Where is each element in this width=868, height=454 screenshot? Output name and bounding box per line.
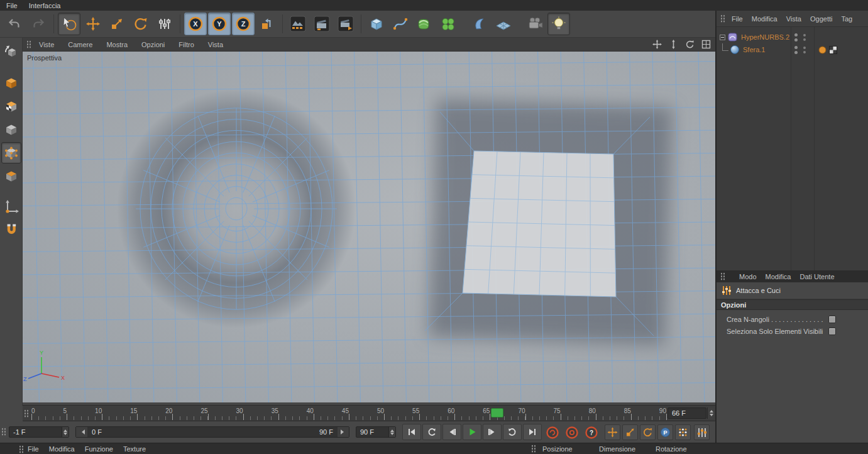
start-field-stepper[interactable] [62, 427, 69, 437]
viewport-menu-item[interactable]: Camere [68, 41, 92, 48]
status-menu-item[interactable]: File [28, 445, 39, 453]
anim-start-field[interactable]: -1 F [9, 426, 69, 438]
menubar-item[interactable]: File [6, 2, 18, 9]
attribute-tab[interactable]: Modo [739, 273, 757, 280]
panel-grip[interactable] [19, 445, 24, 453]
keyframe-help-button[interactable]: ? [583, 424, 600, 441]
visibility-dots[interactable] [794, 33, 798, 42]
visible-only-checkbox[interactable] [828, 328, 836, 335]
coordinates-toggle-button[interactable] [694, 424, 710, 440]
render-view-button[interactable] [287, 13, 309, 35]
key-parameter-button[interactable]: P [657, 424, 673, 440]
panel-grip[interactable] [720, 272, 725, 280]
lock-y-axis-button[interactable]: Y [208, 13, 231, 35]
object-manager-tree[interactable]: HyperNURBS.2 Sfera.1 [717, 27, 868, 270]
rotate-view-button[interactable] [684, 40, 695, 50]
splines-button[interactable] [389, 13, 412, 35]
frame-stepper[interactable] [707, 407, 715, 419]
texture-tag-icon[interactable] [829, 46, 837, 54]
viewport-canvas[interactable]: Y X Z Prospettiva [23, 52, 715, 402]
coord-system-button[interactable] [256, 13, 278, 35]
panel-grip[interactable] [1, 428, 6, 436]
timeline-range-slider[interactable]: 0 F 90 F [75, 426, 349, 438]
phong-tag-icon[interactable] [818, 46, 827, 54]
panel-grip[interactable] [26, 40, 31, 48]
object-manager-menu-item[interactable]: Vista [786, 15, 801, 23]
attribute-tab[interactable]: Dati Utente [800, 273, 835, 280]
zoom-view-button[interactable] [667, 40, 679, 50]
ngons-checkbox[interactable] [828, 316, 836, 323]
options-section-header[interactable]: Opzioni [717, 299, 868, 310]
make-editable-button[interactable] [1, 42, 21, 63]
lock-x-axis-button[interactable]: X [184, 13, 207, 35]
go-to-start-button[interactable] [402, 424, 421, 440]
live-selection-button[interactable] [58, 13, 80, 35]
pan-view-button[interactable] [651, 40, 662, 50]
play-button[interactable] [463, 424, 481, 440]
previous-frame-button[interactable] [442, 424, 461, 440]
object-row-hypernurbs[interactable]: HyperNURBS.2 [717, 31, 868, 43]
next-frame-button[interactable] [483, 424, 502, 440]
range-left-arrow[interactable] [76, 427, 87, 437]
key-rotation-button[interactable] [640, 424, 656, 440]
render-queue-button[interactable] [334, 13, 357, 35]
panel-grip[interactable] [24, 409, 29, 418]
record-keyframe-button[interactable] [544, 424, 561, 441]
viewport-menu-item[interactable]: Mostra [106, 41, 128, 48]
current-frame-field[interactable]: 66 F [667, 407, 706, 419]
panel-grip[interactable] [531, 445, 536, 453]
range-right-arrow[interactable] [338, 427, 349, 437]
render-dots[interactable] [803, 47, 806, 53]
object-manager-menu-item[interactable]: File [732, 15, 743, 23]
collapse-toggle-icon[interactable] [720, 35, 725, 40]
camera-button[interactable] [524, 13, 546, 35]
point-mode-button[interactable] [1, 142, 21, 163]
primitives-button[interactable] [365, 13, 388, 35]
undo-button[interactable] [3, 13, 26, 35]
menubar-item[interactable]: Interfaccia [29, 2, 61, 9]
anim-end-field[interactable]: 90 F [356, 426, 396, 438]
status-menu-item[interactable]: Modifica [49, 445, 75, 453]
texture-mode-button[interactable] [1, 96, 21, 117]
axis-mode-button[interactable] [1, 196, 21, 218]
viewport-menu-item[interactable]: Opzioni [141, 41, 165, 48]
object-mode-button[interactable] [1, 119, 21, 140]
object-row-sfera[interactable]: Sfera.1 [717, 43, 868, 56]
key-pla-button[interactable] [675, 424, 691, 440]
viewport-menu-item[interactable]: Viste [39, 41, 54, 48]
object-name[interactable]: Sfera.1 [743, 46, 765, 53]
generators-button[interactable] [413, 13, 436, 35]
render-settings-button[interactable] [310, 13, 333, 35]
redo-button[interactable] [27, 13, 50, 35]
attribute-tab[interactable]: Modifica [766, 273, 791, 280]
lights-button[interactable] [547, 13, 570, 35]
status-menu-item[interactable]: Funzione [85, 445, 113, 453]
status-menu-item[interactable]: Texture [123, 445, 146, 453]
stepper-down[interactable] [708, 413, 715, 419]
object-manager-menu-item[interactable]: Oggetti [810, 15, 832, 23]
move-tool-button[interactable] [82, 13, 104, 35]
modeling-objects-button[interactable] [437, 13, 459, 35]
render-dots[interactable] [803, 34, 806, 41]
scale-tool-button[interactable] [106, 13, 128, 35]
previous-key-button[interactable] [422, 424, 441, 440]
rotate-tool-button[interactable] [129, 13, 152, 35]
model-mode-button[interactable] [1, 72, 21, 94]
next-key-button[interactable] [503, 424, 522, 440]
visibility-dots[interactable] [794, 46, 798, 54]
camera-view-label[interactable]: Prospettiva [27, 54, 62, 62]
panel-grip[interactable] [720, 14, 725, 23]
deformers-button[interactable] [468, 13, 491, 35]
tool-sliders-button[interactable] [153, 13, 176, 35]
viewport-menu-item[interactable]: Filtro [179, 41, 194, 48]
viewport-menu-item[interactable]: Vista [208, 41, 223, 48]
go-to-end-button[interactable] [523, 424, 542, 440]
toggle-view-button[interactable] [700, 40, 711, 50]
stepper-up[interactable] [708, 407, 715, 413]
autokeying-button[interactable] [564, 424, 580, 441]
environment-button[interactable] [492, 13, 515, 35]
key-scale-button[interactable] [622, 424, 638, 440]
object-manager-menu-item[interactable]: Tag [841, 15, 852, 23]
object-manager-menu-item[interactable]: Modifica [752, 15, 777, 23]
polygon-mode-button[interactable] [1, 165, 21, 187]
